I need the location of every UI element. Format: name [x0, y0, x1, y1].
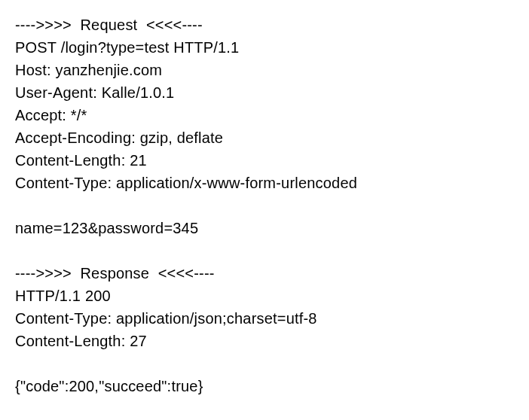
request-body: name=123&password=345	[15, 217, 514, 239]
response-status-line: HTTP/1.1 200	[15, 285, 514, 307]
request-header-accept: Accept: */*	[15, 104, 514, 126]
request-method-line: POST /login?type=test HTTP/1.1	[15, 36, 514, 59]
blank-line	[15, 352, 514, 375]
request-header-host: Host: yanzhenjie.com	[15, 59, 514, 81]
response-section-header: ---->>>> Response <<<<----	[15, 262, 514, 285]
request-section-header: ---->>>> Request <<<<----	[15, 14, 514, 36]
request-header-content-type: Content-Type: application/x-www-form-url…	[15, 172, 514, 194]
response-body: {"code":200,"succeed":true}	[15, 375, 514, 397]
blank-line	[15, 194, 514, 217]
blank-line	[15, 239, 514, 262]
request-header-content-length: Content-Length: 21	[15, 149, 514, 172]
request-header-accept-encoding: Accept-Encoding: gzip, deflate	[15, 126, 514, 149]
response-header-content-type: Content-Type: application/json;charset=u…	[15, 307, 514, 330]
response-header-content-length: Content-Length: 27	[15, 330, 514, 352]
request-header-user-agent: User-Agent: Kalle/1.0.1	[15, 81, 514, 104]
